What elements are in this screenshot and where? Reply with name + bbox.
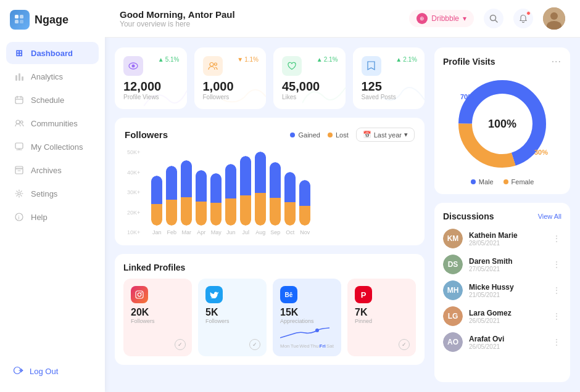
disc-name-d4: Lara Gomez <box>469 309 546 317</box>
discussion-item-d5[interactable]: AO Arafat Ovi 26/05/2021 ⋮ <box>443 332 561 352</box>
disc-name-d1: Kathein Marie <box>469 231 546 240</box>
bar-group-jun[interactable]: Jun <box>225 164 236 235</box>
legend-lost: Lost <box>328 131 349 139</box>
main-content: Good Morning, Antor Paul Your overview i… <box>105 0 580 392</box>
bar-group-jul[interactable]: Jul <box>240 156 251 235</box>
stat-change-0: ▲5.1% <box>158 56 180 63</box>
logo-text: Ngage <box>35 14 68 27</box>
profile-card-instagram[interactable]: 20K Followers ✓ <box>123 279 192 356</box>
behance-sparkline <box>280 327 329 342</box>
bar-orange-may <box>210 203 222 226</box>
svg-point-35 <box>315 329 319 332</box>
svg-point-26 <box>550 12 558 20</box>
bar-group-oct[interactable]: Oct <box>284 172 296 235</box>
bar-orange-jan <box>151 204 162 226</box>
collections-icon <box>14 141 25 152</box>
followers-chart-card: Followers Gained Lost <box>115 118 425 245</box>
bar-orange-jul <box>240 195 251 226</box>
sidebar-item-collections[interactable]: My Collections <box>6 136 99 158</box>
disc-info-d4: Lara Gomez 26/05/2021 <box>469 309 546 324</box>
platform-badge[interactable]: ⊕ Dribbble ▾ <box>409 10 474 27</box>
bar-group-feb[interactable]: Feb <box>166 166 177 235</box>
discussion-item-d2[interactable]: DS Daren Smith 27/05/2021 ⋮ <box>443 255 561 274</box>
svg-rect-5 <box>19 73 20 81</box>
bar-group-may[interactable]: May <box>210 173 222 235</box>
profile-card-behance[interactable]: Bē 15K Appreciations MonTueWedThuFriSat <box>273 279 341 356</box>
bar-orange-oct <box>284 202 296 226</box>
view-all-button[interactable]: View All <box>538 213 561 220</box>
sidebar-label-archives: Archives <box>31 166 62 175</box>
bar-group-aug[interactable]: Aug <box>255 152 266 235</box>
disc-avatar-d3: MH <box>443 280 463 300</box>
user-avatar[interactable] <box>543 7 565 30</box>
bar-group-nov[interactable]: Nov <box>299 180 310 235</box>
profile-card-pinterest[interactable]: P 7K Pinned ✓ <box>347 279 416 356</box>
bar-blue-feb <box>166 166 177 200</box>
search-button[interactable] <box>484 9 503 28</box>
dot-male <box>471 179 476 184</box>
twitter-icon <box>205 286 223 303</box>
logout-label: Log Out <box>30 367 58 376</box>
discussion-item-d3[interactable]: MH Micke Hussy 21/05/2021 ⋮ <box>443 280 561 300</box>
disc-more-d2[interactable]: ⋮ <box>552 259 561 269</box>
svg-point-19 <box>18 192 20 195</box>
bar-orange-apr <box>196 202 207 226</box>
bar-label-aug: Aug <box>255 229 265 235</box>
sidebar: Ngage ⊞ Dashboard Analytics <box>0 0 105 392</box>
sidebar-item-analytics[interactable]: Analytics <box>6 65 99 88</box>
pinterest-check: ✓ <box>399 339 410 350</box>
right-panel: Profile Visits ··· 100% 70% <box>434 47 570 382</box>
disc-avatar-d5: AO <box>443 332 463 352</box>
disc-more-d3[interactable]: ⋮ <box>552 285 561 295</box>
sidebar-item-schedule[interactable]: Schedule <box>6 89 99 111</box>
disc-avatar-d2: DS <box>443 255 463 274</box>
filter-button[interactable]: 📅 Last year ▾ <box>356 128 415 142</box>
filter-label: Last year <box>374 131 402 139</box>
disc-more-d1[interactable]: ⋮ <box>552 234 561 243</box>
label-female: Female <box>512 178 534 186</box>
disc-date-d4: 26/05/2021 <box>469 317 546 324</box>
svg-rect-0 <box>15 15 19 18</box>
bar-label-oct: Oct <box>286 229 294 235</box>
svg-rect-1 <box>20 15 23 18</box>
bell-icon <box>519 14 528 23</box>
discussion-item-d1[interactable]: KM Kathein Marie 28/05/2021 ⋮ <box>443 229 561 248</box>
svg-point-30 <box>210 63 213 67</box>
bar-blue-may <box>210 173 222 203</box>
disc-avatar-inner-d2: DS <box>443 255 463 274</box>
content-area: ▲5.1% 12,000 Profile Views <box>105 38 580 392</box>
bar-group-mar[interactable]: Mar <box>181 160 192 235</box>
avatar-image <box>543 7 565 30</box>
bar-chart: JanFebMarAprMayJunJulAugSepOctNov <box>146 149 315 235</box>
profile-card-twitter[interactable]: 5K Followers ✓ <box>198 279 267 356</box>
bar-blue-jun <box>225 164 236 198</box>
disc-more-d4[interactable]: ⋮ <box>552 311 561 321</box>
discussion-list: KM Kathein Marie 28/05/2021 ⋮ DS Daren S… <box>443 229 561 352</box>
greeting-text: Good Morning, Antor Paul <box>120 9 235 20</box>
twitter-check: ✓ <box>249 339 260 350</box>
twitter-value: 5K <box>205 307 259 318</box>
discussions-card: Discussions View All KM Kathein Marie 28… <box>434 203 570 382</box>
profile-visits-more[interactable]: ··· <box>552 56 561 67</box>
bar-blue-nov <box>299 180 310 206</box>
sidebar-item-help[interactable]: i Help <box>6 206 99 228</box>
discussion-item-d4[interactable]: LG Lara Gomez 26/05/2021 ⋮ <box>443 306 561 326</box>
logo-icon <box>10 10 30 30</box>
logout-button[interactable]: Log Out <box>6 361 99 382</box>
bar-group-jan[interactable]: Jan <box>151 176 162 235</box>
disc-more-d5[interactable]: ⋮ <box>552 337 561 347</box>
sidebar-item-settings[interactable]: Setings <box>6 182 99 205</box>
instagram-icon <box>131 286 148 303</box>
bar-group-apr[interactable]: Apr <box>196 170 207 235</box>
bar-orange-jun <box>225 198 236 226</box>
bar-group-sep[interactable]: Sep <box>270 162 281 235</box>
sidebar-item-dashboard[interactable]: ⊞ Dashboard <box>6 42 99 64</box>
svg-point-29 <box>132 65 135 68</box>
notification-button[interactable] <box>513 9 533 28</box>
content-main: ▲5.1% 12,000 Profile Views <box>115 47 425 382</box>
donut-chart: 100% 70% 30% <box>443 75 561 173</box>
sidebar-item-archives[interactable]: Archives <box>6 159 99 181</box>
logo[interactable]: Ngage <box>0 10 105 42</box>
sidebar-item-communities[interactable]: Communities <box>6 112 99 134</box>
disc-date-d5: 26/05/2021 <box>469 343 546 350</box>
